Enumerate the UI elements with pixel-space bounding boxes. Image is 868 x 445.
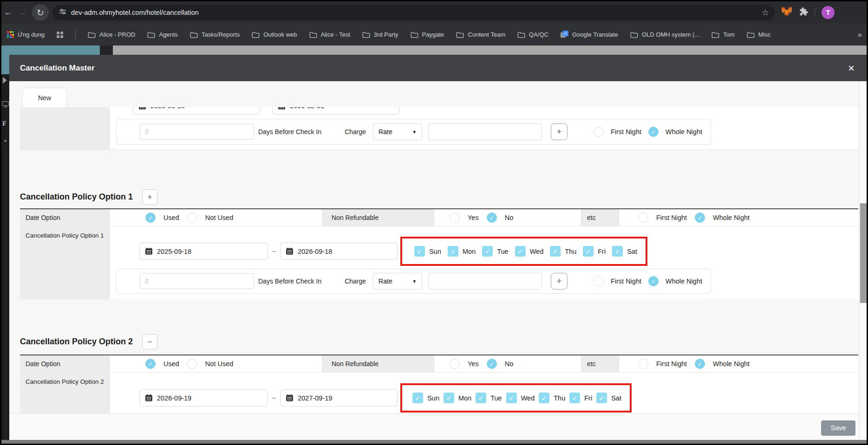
charge-type-select[interactable]: Rate▼ — [373, 123, 422, 140]
used-radio[interactable]: ✓ — [145, 213, 156, 223]
tab-new[interactable]: New — [22, 88, 67, 107]
date-to-input[interactable]: 2027-09-19 — [280, 389, 398, 406]
whole-night-radio[interactable]: ✓ — [695, 359, 705, 369]
plus-icon: + — [557, 127, 562, 137]
add-option-button[interactable]: + — [142, 189, 157, 205]
back-icon[interactable]: ← — [1, 7, 15, 18]
dashboard-grid-icon[interactable] — [57, 32, 63, 38]
charge-type-select[interactable]: Rate▼ — [373, 273, 422, 290]
days-before-input[interactable] — [140, 273, 254, 289]
day-checkbox-tue[interactable]: ✓ — [476, 393, 486, 403]
forward-icon[interactable]: → — [15, 7, 29, 18]
first-night-radio[interactable] — [594, 276, 604, 286]
day-checkbox-sun[interactable]: ✓ — [412, 393, 423, 403]
site-info-icon[interactable] — [59, 8, 66, 17]
calendar-icon — [145, 394, 153, 402]
bookmarks-overflow-chevron[interactable]: » — [858, 30, 862, 39]
bookmark-folder-paygate[interactable]: Paygate — [411, 31, 444, 38]
first-night-radio[interactable] — [638, 359, 648, 369]
metamask-extension-icon[interactable] — [781, 6, 792, 19]
charge-amount-input[interactable] — [428, 273, 542, 290]
date-from-input[interactable]: 2026-09-19 — [139, 389, 268, 406]
scrollbar-thumb[interactable] — [860, 203, 867, 303]
bookmark-folder-qa-qc[interactable]: QA/QC — [517, 31, 548, 38]
day-checkbox-sat[interactable]: ✓ — [612, 246, 623, 257]
day-checkbox-wed[interactable]: ✓ — [506, 393, 517, 403]
day-checkbox-wed[interactable]: ✓ — [515, 246, 526, 257]
page-scrollbar[interactable] — [859, 81, 867, 442]
date-from-input[interactable]: 2025-09-18 — [133, 107, 260, 115]
first-night-label: First Night — [611, 277, 641, 285]
date-to-input[interactable]: 2026-09-18 — [280, 243, 398, 260]
bookmark-folder-3rd-party[interactable]: 3rd Party — [362, 31, 398, 38]
used-radio[interactable]: ✓ — [145, 359, 156, 369]
timeline-dot — [4, 140, 7, 142]
reload-button[interactable]: ↻ — [32, 4, 49, 21]
no-radio[interactable]: ✓ — [487, 213, 497, 223]
day-checkbox-sun[interactable]: ✓ — [414, 246, 425, 257]
bookmark-folder-tasks-reports[interactable]: Tasks/Reports — [190, 31, 240, 38]
date-from-value: 2026-09-19 — [157, 394, 191, 402]
day-checkbox-sat[interactable]: ✓ — [596, 393, 607, 403]
not-used-radio[interactable] — [187, 213, 197, 223]
bookmark-folder-agents[interactable]: Agents — [147, 31, 177, 38]
yes-radio[interactable] — [450, 359, 460, 369]
not-used-radio[interactable] — [187, 359, 197, 369]
day-label: Sun — [427, 394, 439, 402]
first-night-radio[interactable] — [638, 213, 648, 223]
first-night-label: First Night — [611, 128, 641, 135]
folder-icon — [456, 32, 464, 38]
bookmark-folder-alice-prod[interactable]: Alice - PROD — [88, 31, 135, 38]
remove-option-button[interactable]: − — [142, 334, 157, 349]
bookmark-folder-tom[interactable]: Tom — [711, 31, 735, 38]
whole-night-radio[interactable]: ✓ — [648, 276, 659, 286]
day-checkbox-thu[interactable]: ✓ — [539, 393, 549, 403]
close-icon[interactable]: × — [848, 63, 855, 74]
modal-footer: Save — [9, 413, 862, 442]
day-checkbox-tue[interactable]: ✓ — [482, 246, 493, 257]
day-item: ✓Sun — [414, 246, 441, 257]
whole-night-radio[interactable]: ✓ — [695, 213, 705, 223]
bookmark-folder-old-omh[interactable]: OLD OMH system (... — [630, 31, 699, 38]
bookmark-folder-alice-test[interactable]: Alice - Test — [309, 31, 350, 38]
day-checkbox-fri[interactable]: ✓ — [583, 246, 594, 257]
yes-label: Yes — [468, 214, 479, 221]
timeline-line — [5, 146, 6, 438]
add-rule-button[interactable]: + — [551, 123, 568, 140]
day-checkbox-thu[interactable]: ✓ — [550, 246, 561, 257]
day-item: ✓Thu — [539, 393, 565, 403]
option2-table: Date Option ✓ Used Not Used Non Refundab… — [20, 355, 858, 413]
day-item: ✓Mon — [448, 246, 476, 257]
apps-shortcut[interactable]: Ứng dụng — [7, 31, 45, 38]
day-checkbox-mon[interactable]: ✓ — [444, 393, 454, 403]
top-date-row: 2025-09-18 ~ 2099-12-31 — [110, 107, 858, 115]
letter-f-fragment: F — [2, 120, 7, 128]
first-night-radio[interactable] — [594, 127, 604, 137]
yes-radio[interactable] — [450, 213, 460, 223]
date-to-input[interactable]: 2099-12-31 — [272, 107, 399, 115]
profile-avatar[interactable]: T — [822, 6, 835, 19]
date-from-input[interactable]: 2025-09-18 — [139, 243, 268, 260]
address-bar[interactable]: dev-adm.ohmyhotel.com/hotel/cancellation… — [52, 5, 775, 20]
no-radio[interactable]: ✓ — [487, 359, 497, 369]
whole-night-radio[interactable]: ✓ — [648, 127, 659, 137]
day-checkbox-fri[interactable]: ✓ — [569, 393, 580, 403]
bookmark-folder-misc[interactable]: Misc — [747, 31, 771, 38]
bookmark-star-icon[interactable]: ☆ — [762, 7, 769, 18]
days-before-input[interactable] — [140, 124, 254, 140]
date-range-tilde: ~ — [272, 248, 276, 255]
save-button[interactable]: Save — [821, 420, 855, 436]
bookmark-label: Alice - Test — [321, 31, 350, 38]
extensions-puzzle-icon[interactable] — [799, 7, 808, 18]
day-checkbox-mon[interactable]: ✓ — [448, 246, 458, 257]
charge-amount-input[interactable] — [428, 123, 542, 140]
bookmark-folder-content-team[interactable]: Content Team — [456, 31, 505, 38]
bookmark-label: Misc — [758, 31, 771, 38]
check-icon: ✓ — [698, 214, 702, 221]
etc-label: etc — [581, 355, 619, 372]
bookmark-folder-outlook-web[interactable]: Outlook web — [252, 31, 297, 38]
check-icon: ✓ — [509, 394, 514, 402]
bookmark-google-translate[interactable]: GGoogle Translate — [561, 31, 618, 39]
url-text[interactable]: dev-adm.ohmyhotel.com/hotel/cancellation — [71, 9, 762, 16]
add-rule-button[interactable]: + — [551, 273, 568, 290]
